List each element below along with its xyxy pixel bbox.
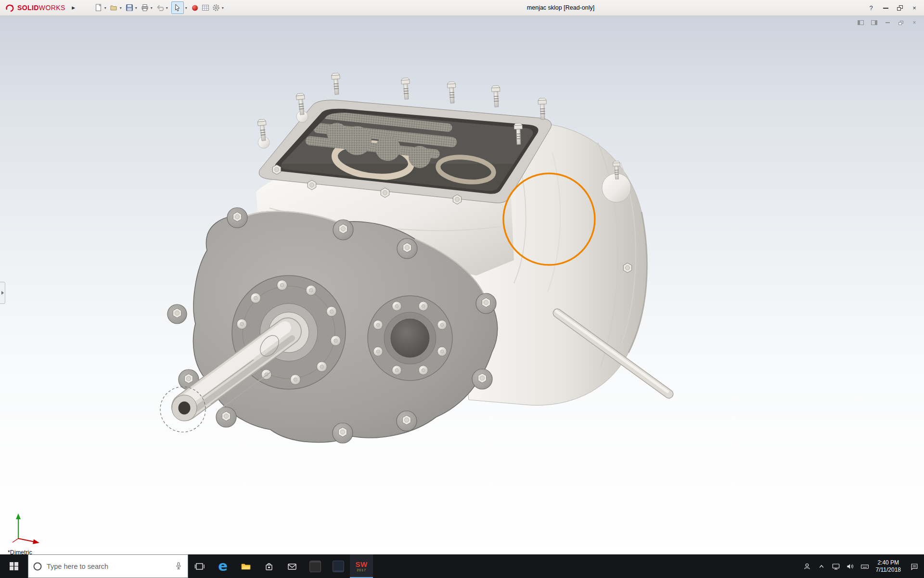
cortana-icon [32, 561, 43, 572]
help-button[interactable]: ? [864, 2, 878, 14]
select-dropdown[interactable]: ▾ [185, 6, 187, 10]
solidworks-app-button[interactable]: SW2017 [350, 554, 373, 578]
edge-icon: e [218, 559, 228, 573]
solidworks-logo: SOLIDWORKS [5, 3, 65, 12]
undo-icon[interactable] [155, 2, 166, 13]
gearbox-3d-model[interactable] [0, 0, 924, 578]
design-table-icon[interactable] [200, 2, 211, 13]
right-bearing-assembly [368, 296, 452, 381]
new-document-dropdown[interactable]: ▾ [104, 6, 106, 10]
file-explorer-button[interactable] [234, 554, 257, 578]
options-gear-icon[interactable] [211, 2, 221, 13]
mail-button[interactable] [281, 554, 304, 578]
app-icon-1 [309, 561, 321, 572]
minimize-button[interactable] [879, 2, 892, 14]
restore-button[interactable] [893, 2, 907, 14]
titlebar: SOLIDWORKS ▶ ▾ ▾ ▾ ▾ ▾ ▾ [0, 0, 924, 16]
start-button[interactable] [0, 554, 28, 578]
clock-date: 7/11/2018 [876, 566, 901, 574]
search-input[interactable] [47, 563, 169, 570]
options-dropdown[interactable]: ▾ [222, 6, 224, 10]
volume-icon[interactable] [843, 562, 858, 571]
hidden-icons-chevron[interactable] [814, 562, 829, 571]
window-controls: ? × [864, 0, 921, 16]
touch-keyboard-icon[interactable] [858, 562, 872, 571]
file-explorer-icon [240, 561, 252, 572]
clock-time: 2:40 PM [876, 559, 901, 566]
brand-name: SOLIDWORKS [17, 4, 65, 12]
windows-logo-icon [10, 562, 18, 571]
mail-icon [286, 561, 298, 572]
pane-left-icon[interactable] [857, 19, 864, 26]
taskbar-search[interactable] [28, 554, 188, 578]
microphone-icon[interactable] [173, 561, 184, 572]
pane-right-icon[interactable] [870, 19, 878, 26]
select-tool-active-box [171, 1, 184, 14]
print-icon[interactable] [140, 2, 150, 13]
document-title: menjac sklop [Read-only] [527, 4, 594, 11]
select-cursor-icon[interactable] [172, 2, 183, 13]
open-icon[interactable] [109, 2, 119, 13]
network-icon[interactable] [829, 562, 843, 571]
taskbar-clock[interactable]: 2:40 PM 7/11/2018 [872, 559, 905, 574]
doc-minimize-button[interactable] [884, 19, 891, 26]
save-icon[interactable] [124, 2, 135, 13]
save-dropdown[interactable]: ▾ [135, 6, 137, 10]
action-center-icon[interactable] [905, 562, 924, 571]
store-button[interactable] [257, 554, 281, 578]
open-dropdown[interactable]: ▾ [120, 6, 122, 10]
doc-restore-button[interactable] [897, 19, 905, 26]
solidworks-app-icon: SW2017 [355, 561, 367, 572]
ds-logo-icon [5, 3, 15, 12]
task-view-button[interactable] [188, 554, 211, 578]
app-button-2[interactable] [327, 554, 350, 578]
app-button-1[interactable] [304, 554, 327, 578]
feature-manager-collapsed-tab[interactable] [0, 282, 5, 304]
coordinate-triad [5, 504, 48, 547]
edge-button[interactable]: e [211, 554, 234, 578]
new-document-icon[interactable] [93, 2, 104, 13]
windows-taskbar: e SW2017 [0, 554, 924, 578]
task-view-icon [194, 561, 205, 572]
undo-dropdown[interactable]: ▾ [166, 6, 168, 10]
people-icon[interactable] [800, 561, 814, 572]
close-button[interactable]: × [908, 2, 921, 14]
app-icon-2 [333, 561, 344, 572]
standard-toolbar: ▾ ▾ ▾ ▾ ▾ ▾ [93, 1, 226, 14]
solidworks-window: SOLIDWORKS ▶ ▾ ▾ ▾ ▾ ▾ ▾ [0, 0, 924, 578]
print-dropdown[interactable]: ▾ [151, 6, 153, 10]
store-icon [263, 561, 275, 572]
system-tray: 2:40 PM 7/11/2018 [800, 554, 924, 578]
document-window-controls: × [857, 19, 918, 26]
doc-close-button[interactable]: × [911, 19, 918, 26]
menu-flyout-arrow[interactable]: ▶ [70, 5, 77, 10]
appearance-sphere-icon[interactable] [190, 2, 200, 13]
